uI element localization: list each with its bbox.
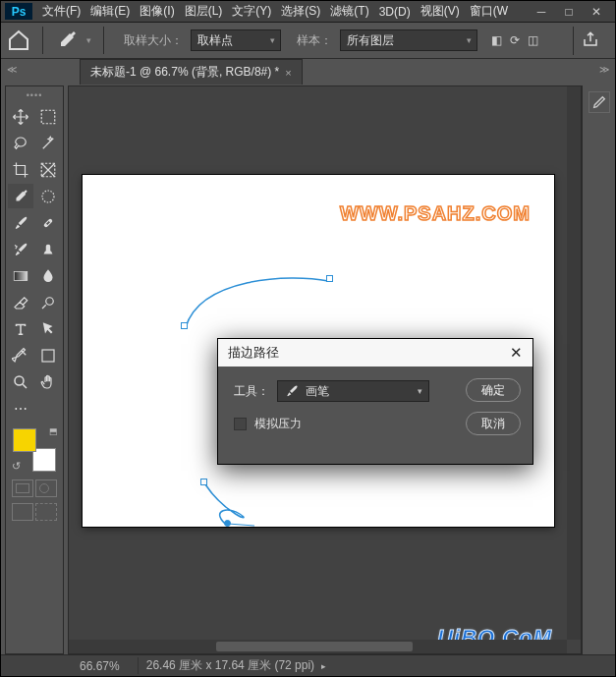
menu-window[interactable]: 窗口(W (466, 1, 512, 22)
svg-point-2 (42, 191, 54, 202)
svg-point-9 (15, 376, 24, 385)
standard-mode-icon[interactable] (12, 480, 33, 497)
path-selection-tool[interactable] (35, 316, 61, 341)
crop-tool[interactable] (8, 157, 33, 182)
document-tab-title: 未标题-1 @ 66.7% (背景, RGB/8#) * (90, 64, 279, 81)
eraser-tool[interactable] (8, 290, 33, 314)
watermark-psahz: WWW.PSAHZ.COM (340, 202, 531, 225)
hand-tool[interactable] (35, 369, 61, 394)
swap-colors-icon[interactable]: ↺ (12, 460, 21, 473)
sample-label: 样本： (289, 32, 332, 49)
document-tab[interactable]: 未标题-1 @ 66.7% (背景, RGB/8#) * × (80, 59, 303, 85)
lasso-tool[interactable] (8, 131, 33, 155)
home-icon[interactable] (7, 28, 30, 52)
option-icons: ◧ ⟳ ◫ (485, 31, 540, 49)
status-zoom[interactable]: 66.67% (80, 659, 128, 673)
foreground-color[interactable] (13, 428, 36, 452)
tool-select[interactable]: 画笔 (277, 380, 429, 402)
dodge-tool[interactable] (35, 290, 61, 314)
window-maximize-button[interactable]: □ (558, 4, 580, 20)
anchor-point[interactable] (181, 322, 188, 329)
bezier-path-1[interactable] (181, 273, 338, 342)
app-logo: Ps (5, 3, 32, 20)
opt-icon-1[interactable]: ◧ (489, 31, 504, 49)
sample-select[interactable]: 所有图层 (340, 29, 477, 51)
svg-rect-8 (42, 350, 54, 362)
menu-layer[interactable]: 图层(L) (181, 1, 227, 22)
anchor-point[interactable] (200, 479, 207, 485)
panel-icon-edit[interactable] (588, 91, 610, 113)
pen-tool[interactable] (8, 343, 33, 367)
quick-mask-icon[interactable] (35, 480, 57, 497)
dock-handle-right[interactable]: ≫ (597, 62, 611, 76)
window-close-button[interactable]: ✕ (586, 4, 607, 20)
svg-rect-6 (14, 271, 28, 280)
bezier-path-2[interactable] (200, 480, 289, 529)
svg-point-5 (50, 220, 52, 222)
opt-icon-3[interactable]: ◫ (526, 31, 540, 49)
ok-button[interactable]: 确定 (466, 378, 521, 402)
color-swatches[interactable]: ⬒ ↺ (13, 428, 56, 472)
menu-edit[interactable]: 编辑(E) (86, 1, 134, 22)
dialog-title: 描边路径 (228, 344, 279, 362)
anchor-point[interactable] (326, 275, 333, 282)
menu-3d[interactable]: 3D(D) (375, 3, 415, 21)
menu-image[interactable]: 图像(I) (136, 1, 178, 22)
shape-tool[interactable] (35, 343, 61, 367)
status-arrow-icon[interactable]: ▸ (321, 661, 326, 671)
eyedropper-icon[interactable] (55, 28, 79, 52)
edit-toolbar[interactable]: ⋯ (8, 396, 33, 421)
status-dimensions[interactable]: 26.46 厘米 x 17.64 厘米 (72 ppi) ▸ (138, 657, 327, 674)
vertical-scrollbar[interactable] (567, 86, 581, 640)
status-bar: 66.67% 26.46 厘米 x 17.64 厘米 (72 ppi) ▸ (1, 654, 615, 676)
share-icon[interactable] (573, 27, 607, 55)
right-panel-strip (582, 85, 615, 654)
move-tool[interactable] (8, 104, 33, 129)
tab-close-icon[interactable]: × (285, 67, 291, 79)
simulate-pressure-label: 模拟压力 (254, 416, 302, 432)
screen-mode-full[interactable] (35, 503, 57, 521)
dialog-close-button[interactable]: ✕ (510, 344, 523, 362)
window-minimize-button[interactable]: ─ (531, 4, 552, 20)
anchor-point-selected[interactable] (224, 520, 231, 527)
gradient-tool[interactable] (8, 263, 33, 288)
toolbox: •••• ⋯ ⬒ (5, 85, 64, 654)
marquee-tool[interactable] (35, 104, 61, 129)
eyedropper-tool[interactable] (8, 184, 33, 208)
menu-type[interactable]: 文字(Y) (228, 1, 275, 22)
svg-line-11 (228, 524, 254, 526)
simulate-pressure-checkbox[interactable] (234, 418, 247, 430)
menu-bar: 文件(F) 编辑(E) 图像(I) 图层(L) 文字(Y) 选择(S) 滤镜(T… (36, 1, 523, 22)
svg-point-4 (45, 224, 47, 226)
blur-tool[interactable] (35, 263, 61, 288)
magic-wand-tool[interactable] (35, 131, 61, 155)
toolbox-grip[interactable]: •••• (27, 90, 43, 100)
svg-rect-0 (41, 110, 55, 124)
scrollbar-thumb[interactable] (216, 642, 413, 651)
zoom-tool[interactable] (8, 369, 33, 394)
menu-view[interactable]: 视图(V) (417, 1, 464, 22)
clone-stamp-tool[interactable] (35, 237, 61, 261)
horizontal-scrollbar[interactable] (69, 640, 567, 653)
history-brush-tool[interactable] (8, 237, 33, 261)
screen-mode-standard[interactable] (12, 503, 33, 521)
stroke-path-dialog: 描边路径 ✕ 工具： 画笔 模拟压力 确定 取消 (217, 338, 533, 465)
healing-tool[interactable] (35, 210, 61, 235)
menu-filter[interactable]: 滤镜(T) (326, 1, 372, 22)
svg-point-7 (46, 297, 54, 305)
type-tool[interactable] (8, 316, 33, 341)
default-colors-icon[interactable]: ⬒ (49, 426, 58, 436)
sample-size-select[interactable]: 取样点 (191, 29, 281, 51)
dock-handle-left[interactable]: ≪ (5, 62, 19, 76)
cancel-button[interactable]: 取消 (466, 412, 521, 435)
frame-tool[interactable] (35, 184, 61, 208)
options-bar: ▾ 取样大小： 取样点 样本： 所有图层 ◧ ⟳ ◫ (1, 23, 615, 59)
sample-size-label: 取样大小： (116, 32, 183, 49)
tool-label: 工具： (234, 383, 269, 400)
slice-tool[interactable] (35, 157, 61, 182)
menu-file[interactable]: 文件(F) (38, 1, 84, 22)
menu-select[interactable]: 选择(S) (277, 1, 324, 22)
opt-icon-2[interactable]: ⟳ (508, 31, 522, 49)
brush-tool[interactable] (8, 210, 33, 235)
